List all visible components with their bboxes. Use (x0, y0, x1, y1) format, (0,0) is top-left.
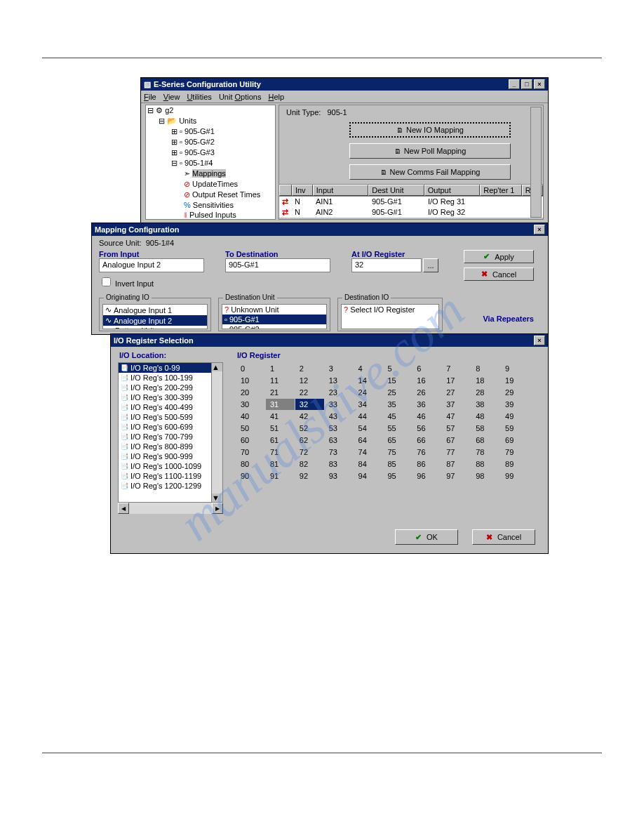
register-cell[interactable]: 93 (324, 470, 354, 482)
register-cell[interactable]: 58 (471, 423, 501, 435)
tree-unit-4[interactable]: ⊟ ▫ 905-1#4 (171, 159, 213, 167)
list-item[interactable]: 📑 I/O Reg's 300-399 (119, 392, 211, 402)
tree-units[interactable]: ⊟ 📂 Units (159, 117, 196, 125)
main-titlebar[interactable]: ▧ E-Series Configuration Utility _ □ × (141, 78, 548, 91)
list-item[interactable]: 📑 I/O Reg's 900-999 (119, 451, 211, 461)
register-cell[interactable]: 22 (295, 387, 324, 399)
register-cell[interactable]: 7 (442, 363, 471, 375)
register-cell[interactable]: 39 (501, 399, 530, 411)
io-titlebar[interactable]: I/O Register Selection × (111, 334, 548, 347)
tree-unit-3[interactable]: ⊞ ▫ 905-G#3 (171, 148, 215, 157)
register-cell[interactable]: 54 (354, 423, 383, 435)
list-item[interactable]: 📑 I/O Reg's 200-299 (119, 383, 211, 392)
register-cell[interactable]: 66 (412, 435, 442, 446)
mapping-titlebar[interactable]: Mapping Configuration × (92, 223, 548, 236)
register-cell[interactable]: 69 (501, 435, 530, 446)
list-item[interactable]: 📑 I/O Reg's 1000-1099 (119, 461, 211, 471)
register-cell[interactable]: 94 (354, 470, 383, 482)
list-item[interactable]: 📑 I/O Reg's 600-699 (119, 422, 211, 432)
register-cell[interactable]: 96 (412, 470, 442, 482)
list-item[interactable]: ∿ Analogue Input 2 (103, 315, 207, 326)
list-item[interactable]: ▫ 905-G#2 (222, 324, 326, 329)
ok-button[interactable]: OK (395, 529, 458, 545)
maximize-button[interactable]: □ (521, 79, 532, 89)
register-cell[interactable]: 81 (265, 458, 295, 470)
register-cell[interactable]: 95 (383, 470, 412, 482)
register-cell[interactable]: 57 (442, 423, 471, 435)
register-cell[interactable]: 32 (295, 399, 324, 411)
tree-unit-1[interactable]: ⊞ ▫ 905-G#1 (171, 127, 215, 135)
register-cell[interactable]: 33 (324, 399, 354, 411)
from-input[interactable]: Analogue Input 2 (99, 258, 204, 272)
browse-button[interactable]: ... (423, 258, 438, 272)
col-input[interactable]: Input (313, 185, 368, 196)
register-cell[interactable]: 52 (295, 423, 324, 435)
register-cell[interactable]: 65 (383, 435, 412, 446)
tree-root[interactable]: ⊟ ⚙ g2 (147, 106, 173, 114)
minimize-button[interactable]: _ (509, 79, 520, 89)
register-cell[interactable]: 29 (501, 387, 530, 399)
dest-unit-list[interactable]: ? Unknown Unit ▫ 905-G#1 ▫ 905-G#2 (222, 304, 327, 329)
dest-io-list[interactable]: ? Select I/O Register (341, 304, 439, 329)
register-cell[interactable]: 48 (471, 411, 501, 423)
register-cell[interactable]: 26 (412, 387, 442, 399)
register-cell[interactable]: 38 (471, 399, 501, 411)
register-cell[interactable]: 56 (412, 423, 442, 435)
close-button[interactable]: × (534, 336, 545, 345)
list-item[interactable]: 📑 I/O Reg's 100-199 (119, 373, 211, 383)
originating-io-list[interactable]: ∿ Analogue Input 1 ∿ Analogue Input 2 ▬ … (102, 304, 208, 329)
scrollbar-h[interactable]: ◀ ▶ (118, 503, 223, 514)
col-rep1[interactable]: Rep'ter 1 (480, 185, 522, 196)
cancel-button[interactable]: Cancel (464, 267, 534, 281)
tree-view[interactable]: ⊟ ⚙ g2 ⊟ 📂 Units ⊞ ▫ 905-G#1 ⊞ ▫ 905-G#2… (145, 105, 276, 220)
register-cell[interactable]: 17 (442, 375, 471, 387)
at-input[interactable]: 32 (351, 258, 422, 272)
to-input[interactable]: 905-G#1 (225, 258, 330, 272)
register-cell[interactable]: 8 (471, 363, 501, 375)
register-cell[interactable]: 43 (324, 411, 354, 423)
register-cell[interactable]: 82 (295, 458, 324, 470)
register-cell[interactable]: 37 (442, 399, 471, 411)
register-cell[interactable]: 73 (324, 446, 354, 458)
register-cell[interactable]: 67 (442, 435, 471, 446)
list-item[interactable]: 📑 I/O Reg's 1100-1199 (119, 471, 211, 481)
register-cell[interactable]: 72 (295, 446, 324, 458)
col-output[interactable]: Output (424, 185, 480, 196)
register-cell[interactable]: 5 (383, 363, 412, 375)
register-cell[interactable]: 70 (236, 446, 266, 458)
register-cell[interactable]: 88 (471, 458, 501, 470)
scroll-up[interactable]: ▲ (212, 363, 222, 371)
register-cell[interactable]: 53 (324, 423, 354, 435)
register-cell[interactable]: 75 (383, 446, 412, 458)
register-cell[interactable]: 87 (442, 458, 471, 470)
menu-utilities[interactable]: Utilities (187, 93, 211, 101)
new-io-mapping-button[interactable]: New IO Mapping (349, 122, 511, 138)
list-item[interactable]: 📑 I/O Reg's 0-99 (119, 363, 211, 373)
menu-view[interactable]: View (163, 93, 180, 101)
list-item[interactable]: 📑 I/O Reg's 400-499 (119, 402, 211, 412)
register-cell[interactable]: 92 (295, 470, 324, 482)
list-item[interactable]: ∿ Analogue Input 1 (103, 305, 207, 315)
tree-mappings[interactable]: ➣ Mappings (184, 169, 226, 178)
register-cell[interactable]: 60 (236, 435, 266, 446)
new-comms-fail-button[interactable]: New Comms Fail Mapping (349, 164, 511, 180)
menu-help[interactable]: Help (268, 93, 284, 101)
register-cell[interactable]: 89 (501, 458, 530, 470)
register-cell[interactable]: 18 (471, 375, 501, 387)
register-cell[interactable]: 4 (354, 363, 383, 375)
register-cell[interactable]: 71 (265, 446, 295, 458)
register-cell[interactable]: 47 (442, 411, 471, 423)
register-cell[interactable]: 50 (236, 423, 266, 435)
register-cell[interactable]: 31 (265, 399, 295, 411)
list-item[interactable]: ? Unknown Unit (222, 305, 326, 315)
register-cell[interactable]: 1 (265, 363, 295, 375)
register-cell[interactable]: 28 (471, 387, 501, 399)
list-item[interactable]: 📑 I/O Reg's 1200-1299 (119, 481, 211, 491)
register-cell[interactable]: 78 (471, 446, 501, 458)
register-cell[interactable]: 91 (265, 470, 295, 482)
register-cell[interactable]: 86 (412, 458, 442, 470)
register-cell[interactable]: 61 (265, 435, 295, 446)
register-cell[interactable]: 10 (236, 375, 266, 387)
register-cell[interactable]: 12 (295, 375, 324, 387)
register-cell[interactable]: 23 (324, 387, 354, 399)
